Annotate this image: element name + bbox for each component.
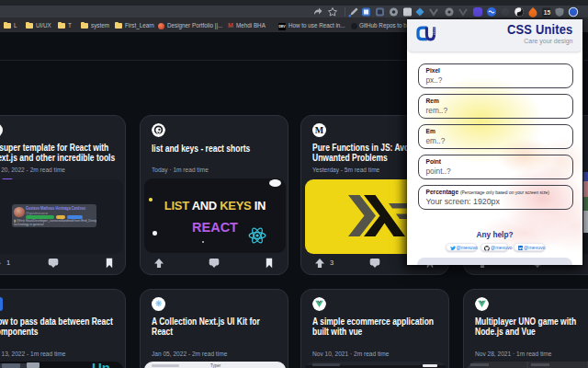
svg-text:15: 15: [544, 9, 551, 16]
